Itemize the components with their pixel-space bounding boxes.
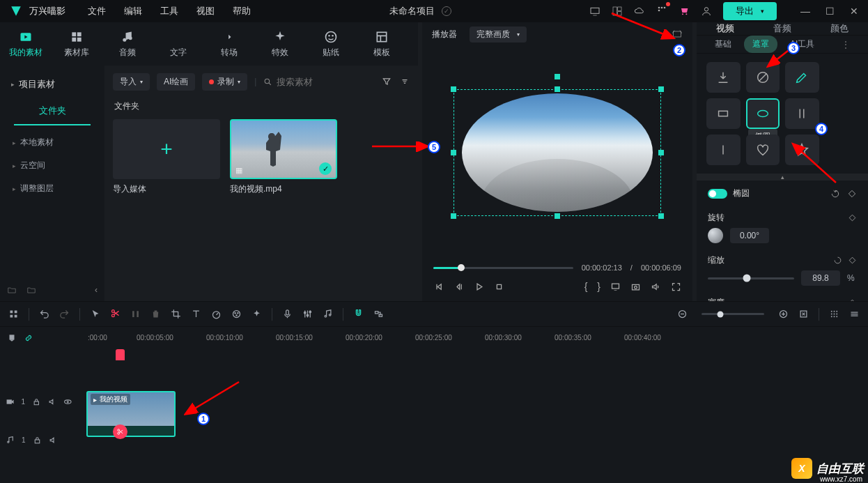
ellipse-mask-preview[interactable] [462,93,653,212]
tab-text[interactable]: 文字 [153,30,203,59]
rotate-handle[interactable] [555,74,560,79]
pointer-icon[interactable] [90,309,100,319]
keyframe-icon[interactable] [848,256,857,265]
sidebar-item-adjust[interactable]: ▸调整图层 [0,177,104,200]
menu-view[interactable]: 视图 [196,5,215,17]
mark-in-icon[interactable]: { [584,281,588,292]
ai-draw-button[interactable]: AI绘画 [157,73,195,91]
rotate-knob[interactable] [708,228,723,243]
insp-tab-color[interactable]: 颜色 [811,22,868,35]
tab-effects[interactable]: 特效 [254,30,305,59]
import-media-card[interactable]: + 导入媒体 [113,119,220,195]
chop-icon[interactable] [130,309,141,319]
tab-library[interactable]: 素材库 [51,30,102,59]
search-input[interactable] [277,77,332,87]
timeline-settings-icon[interactable] [829,309,839,319]
handle-l[interactable] [451,150,456,155]
tab-my-media[interactable]: 我的素材 [0,30,51,59]
handle-r[interactable] [658,150,664,155]
play-icon[interactable] [474,282,484,292]
maximize-button[interactable]: ☐ [826,6,835,17]
mute-icon[interactable] [48,397,57,406]
playhead-scissors-icon[interactable] [113,424,127,439]
delete-icon[interactable] [150,309,161,319]
close-button[interactable]: ✕ [850,6,858,17]
export-button[interactable]: 导出▾ [723,2,777,20]
speed-icon[interactable] [211,309,222,319]
tab-templates[interactable]: 模板 [356,30,407,59]
rotate-value[interactable]: 0.00° [730,228,769,243]
redo-icon[interactable] [59,309,70,319]
subtab-more-icon[interactable]: ⋮ [833,37,858,52]
camera-icon[interactable] [630,282,641,292]
record-dropdown[interactable]: 录制▾ [202,73,247,91]
step-back-icon[interactable] [454,282,464,292]
color-icon[interactable] [231,309,242,319]
grid-snap-icon[interactable] [8,309,19,319]
screen-icon[interactable] [589,6,600,17]
scissors-icon[interactable] [110,308,121,319]
handle-tr[interactable] [658,86,664,92]
media-clip-card[interactable]: ▦ ✓ 我的视频.mp4 [230,119,337,195]
text-tool-icon[interactable] [191,309,201,319]
link-track-icon[interactable] [373,309,384,319]
visible-icon[interactable] [63,397,72,406]
music-icon[interactable] [323,309,333,319]
stop-icon[interactable] [494,282,504,292]
user-icon[interactable] [701,6,712,17]
handle-b[interactable] [555,213,560,219]
marker-icon[interactable] [7,333,17,343]
mixer-icon[interactable] [302,309,313,319]
mask-import[interactable] [706,62,741,93]
mask-ellipse[interactable]: 椭圆 [746,98,780,129]
zoom-out-icon[interactable] [677,309,688,319]
timeline-more-icon[interactable] [849,309,860,319]
collapse-icon[interactable]: ‹ [95,285,98,295]
magnet-icon[interactable] [353,308,364,319]
mic-icon[interactable] [282,309,293,319]
mask-line[interactable] [706,135,741,165]
sort-icon[interactable] [400,77,410,86]
timeline-clip[interactable]: ▸我的视频 [86,391,176,437]
handle-tl[interactable] [451,86,456,92]
mask-toggle[interactable] [708,189,727,199]
crop-icon[interactable] [171,309,181,319]
sparkle-icon[interactable] [251,309,262,319]
media-search[interactable] [263,77,332,87]
keyframe-icon[interactable] [848,213,857,222]
insp-tab-audio[interactable]: 音频 [754,22,811,35]
mask-heart[interactable] [746,135,780,165]
import-dropdown[interactable]: 导入▾ [113,73,150,91]
preview-stage[interactable] [422,46,692,259]
volume-icon[interactable] [651,282,661,292]
menu-file[interactable]: 文件 [88,5,106,17]
filter-icon[interactable] [382,77,392,86]
handle-br[interactable] [658,213,664,219]
time-ruler[interactable]: :00:00 00:00:05:00 00:00:10:00 00:00:15:… [78,327,868,349]
subtab-basic[interactable]: 基础 [706,36,740,53]
cart-icon[interactable] [679,6,690,17]
undo-icon[interactable] [39,309,49,319]
menu-edit[interactable]: 编辑 [124,5,142,17]
scale-value[interactable]: 89.8 [801,270,840,286]
prev-frame-icon[interactable] [433,282,444,292]
minimize-button[interactable]: — [800,6,810,17]
menu-tools[interactable]: 工具 [160,5,178,17]
display-icon[interactable] [610,282,621,292]
tab-stickers[interactable]: 贴纸 [305,30,356,59]
new-folder-icon[interactable] [7,285,17,295]
zoom-fit-icon[interactable] [798,309,809,319]
scale-slider[interactable] [708,277,794,279]
zoom-slider[interactable] [702,313,764,315]
sidebar-item-cloud[interactable]: ▸云空间 [0,154,104,177]
sidebar-folder-tab[interactable]: 文件夹 [14,98,91,125]
tab-audio[interactable]: 音频 [102,30,153,59]
handle-t[interactable] [555,86,560,92]
mark-out-icon[interactable]: } [597,281,600,292]
folder-icon[interactable] [26,285,36,295]
sidebar-item-local[interactable]: ▸本地素材 [0,131,104,154]
mask-rectangle[interactable] [706,98,741,129]
menu-help[interactable]: 帮助 [233,5,251,17]
handle-bl[interactable] [451,213,456,219]
link-icon[interactable] [24,333,33,343]
